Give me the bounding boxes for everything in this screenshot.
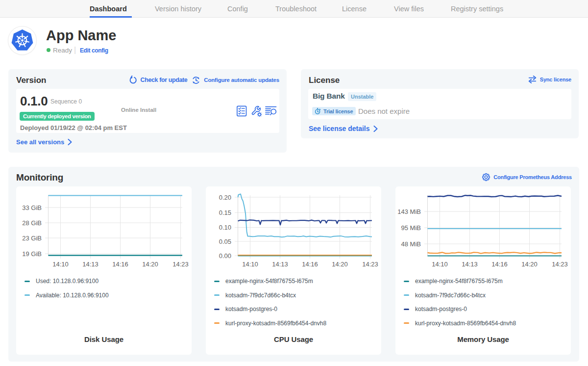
svg-text:14:16: 14:16 [302, 261, 318, 268]
svg-text:19 GiB: 19 GiB [22, 250, 42, 258]
svg-text:14:10: 14:10 [242, 261, 258, 268]
svg-text:0.00: 0.00 [219, 252, 231, 260]
svg-text:143 MiB: 143 MiB [397, 208, 421, 215]
svg-text:28 GiB: 28 GiB [22, 219, 42, 227]
svg-text:0.05: 0.05 [219, 238, 231, 245]
svg-text:14:20: 14:20 [142, 261, 158, 268]
svg-text:23 GiB: 23 GiB [22, 235, 42, 242]
svg-text:14:23: 14:23 [172, 261, 189, 268]
svg-text:48 MiB: 48 MiB [401, 240, 421, 248]
svg-text:14:20: 14:20 [521, 261, 538, 268]
svg-text:14:13: 14:13 [462, 261, 478, 268]
svg-text:14:20: 14:20 [332, 261, 348, 268]
svg-text:14:13: 14:13 [82, 261, 98, 268]
svg-text:14:16: 14:16 [491, 261, 508, 268]
svg-text:14:16: 14:16 [112, 261, 128, 268]
svg-text:0.20: 0.20 [219, 194, 231, 201]
svg-text:0.15: 0.15 [219, 209, 231, 216]
svg-text:0.10: 0.10 [219, 224, 231, 231]
svg-text:14:10: 14:10 [52, 261, 69, 268]
svg-text:14:10: 14:10 [432, 261, 448, 268]
svg-text:14:23: 14:23 [362, 261, 378, 268]
svg-text:14:23: 14:23 [552, 261, 568, 268]
svg-text:14:13: 14:13 [272, 261, 288, 268]
svg-text:95 MiB: 95 MiB [401, 224, 421, 232]
svg-text:33 GiB: 33 GiB [22, 204, 42, 211]
